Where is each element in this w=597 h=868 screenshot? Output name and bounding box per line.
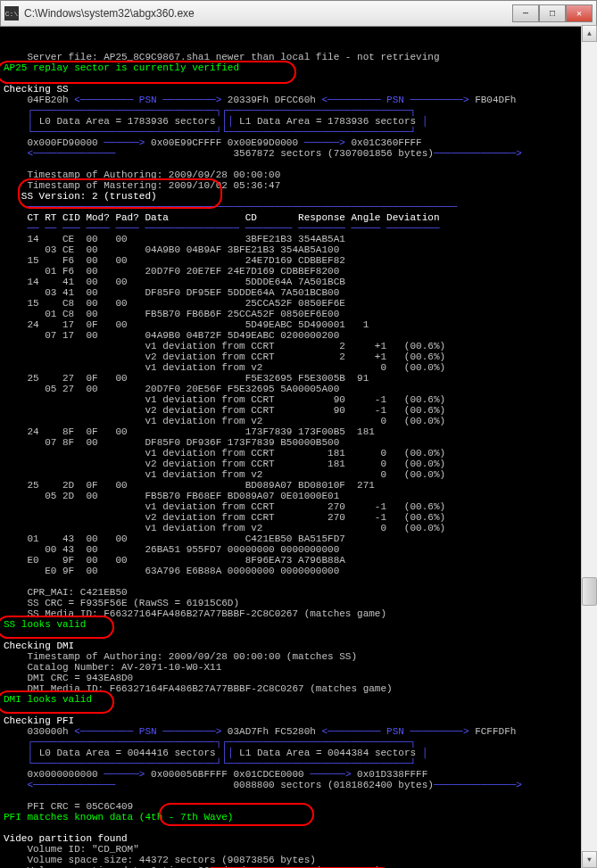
- data-row: 01 C8 00 FB5B70 FB6B6F 25CCA52F 0850EF6E…: [4, 309, 339, 319]
- dmi-crc: DMI CRC = 943EA8D0: [4, 673, 133, 683]
- scroll-down-button[interactable]: ▼: [582, 851, 597, 868]
- data-row: 14 41 00 00 5DDDE64A 7A501BCB: [4, 277, 345, 287]
- l1-data-area-ss: L1 Data Area = 1783936 sectors: [239, 116, 416, 127]
- data-row: v1 deviation from CCRT 90 -1 (00.6%): [4, 394, 445, 405]
- checking-dmi-header: Checking DMI: [4, 641, 74, 651]
- video-partition-header: Video partition found: [4, 833, 128, 844]
- pfi-wave: (4th - 7th Wave): [139, 812, 234, 823]
- data-row: 24 8F 0F 00 173F7839 173F00B5 181: [4, 426, 375, 437]
- data-row: 05 27 00 20D7F0 20E56F F5E32695 5A00005A…: [4, 384, 339, 394]
- data-row: v1 deviation from v2 0 (00.0%): [4, 362, 445, 373]
- data-row: v2 deviation from CCRT 2 +1 (00.6%): [4, 351, 445, 362]
- data-row: 05 2D 00 FB5B70 FB68EF BD089A07 0E01000E…: [4, 491, 339, 501]
- total-sectors-pfi: 0088800 sectors (0181862400 bytes): [115, 780, 433, 790]
- catalog-number: Catalog Number: AV-2071-10-W0-X11: [4, 662, 221, 673]
- data-row: v2 deviation from CCRT 90 -1 (00.6%): [4, 405, 445, 416]
- l1-data-area-pfi: L1 Data Area = 0044384 sectors: [239, 748, 416, 758]
- scroll-thumb[interactable]: [582, 577, 597, 606]
- ap25-status: AP25 replay sector is currently verified: [4, 62, 239, 73]
- total-sectors-ss: 3567872 sectors (7307001856 bytes): [115, 148, 433, 159]
- window-titlebar: C:\ C:\Windows\system32\abgx360.exe ─ □ …: [0, 0, 597, 27]
- volume-id: Volume ID: "CD_ROM": [4, 844, 139, 855]
- l0-data-area-pfi: L0 Data Area = 0044416 sectors: [39, 748, 216, 758]
- data-row: 01 F6 00 20D7F0 20E7EF 24E7D169 CDBBEF82…: [4, 266, 339, 277]
- data-row: v2 deviation from CCRT 181 0 (00.0%): [4, 459, 445, 469]
- ss-valid-status: SS looks valid: [4, 619, 86, 630]
- cpr-mai: CPR_MAI: C421EB50: [4, 587, 128, 598]
- scrollbar[interactable]: ▲ ▼: [581, 25, 597, 868]
- data-row: 01 43 00 00 C421EB50 BA515FD7: [4, 533, 345, 544]
- data-row: 24 17 0F 00 5D49EABC 5D490001 1: [4, 319, 369, 330]
- close-button[interactable]: ✕: [566, 4, 593, 22]
- data-row: 03 CE 00 04A9B0 04B9AF 3BFE21B3 354AB5A1…: [4, 244, 339, 255]
- pfi-matches: PFI matches known data: [4, 812, 139, 823]
- minimize-button[interactable]: ─: [512, 4, 539, 22]
- data-row: E0 9F 00 63A796 E6B88A 00000000 00000000…: [4, 566, 339, 576]
- checking-pfi-header: Checking PFI: [4, 715, 74, 726]
- app-icon: C:\: [4, 6, 19, 21]
- maximize-button[interactable]: □: [539, 4, 566, 22]
- data-row: v1 deviation from v2 0 (00.0%): [4, 416, 445, 426]
- data-row: 07 17 00 04A9B0 04B72F 5D49EABC 02000002…: [4, 330, 339, 341]
- window-title: C:\Windows\system32\abgx360.exe: [24, 7, 512, 20]
- data-row: 25 2D 0F 00 BD089A07 BD08010F 271: [4, 480, 375, 491]
- ss-media-id: SS Media ID: F66327164FA486B27A77BBBF-2C…: [4, 608, 386, 619]
- table-header: CT RT CID Mod? Pad? Data CD Response Ang…: [4, 212, 439, 223]
- data-row: 07 8F 00 DF85F0 DF936F 173F7839 B50000B5…: [4, 437, 339, 448]
- data-row: E0 9F 00 00 8F96EA73 A796B88A: [4, 555, 345, 566]
- dmi-media-id: DMI Media ID: F66327164FA486B27A77BBBF-2…: [4, 683, 393, 694]
- dmi-timestamp: Timestamp of Authoring: 2009/09/28 00:00…: [4, 651, 357, 662]
- ss-version: SS Version: 2 (trusted): [4, 191, 157, 202]
- data-row: v1 deviation from CCRT 181 0 (00.0%): [4, 448, 445, 459]
- data-row: v1 deviation from v2 0 (00.0%): [4, 523, 445, 533]
- data-row: v1 deviation from v2 0 (00.0%): [4, 469, 445, 480]
- data-row: v1 deviation from CCRT 2 +1 (00.6%): [4, 341, 445, 351]
- timestamp-mastering: Timestamp of Mastering: 2009/10/02 05:36…: [4, 180, 280, 191]
- window-controls: ─ □ ✕: [512, 4, 593, 22]
- data-row: 25 27 0F 00 F5E32695 F5E3005B 91: [4, 373, 369, 384]
- data-row: v2 deviation from CCRT 270 -1 (00.6%): [4, 512, 445, 523]
- data-row: 03 41 00 DF85F0 DF95EF 5DDDE64A 7A501BCB…: [4, 287, 339, 298]
- scroll-up-button[interactable]: ▲: [582, 25, 597, 42]
- l0-data-area-ss: L0 Data Area = 1783936 sectors: [39, 116, 216, 127]
- checking-ss-header: Checking SS: [4, 84, 69, 95]
- data-row: v1 deviation from CCRT 270 -1 (00.6%): [4, 501, 445, 512]
- timestamp-authoring: Timestamp of Authoring: 2009/09/28 00:00…: [4, 169, 280, 180]
- data-row: 00 43 00 26BA51 955FD7 00000000 00000000…: [4, 544, 339, 555]
- pfi-crc: PFI CRC = 05C6C409: [4, 801, 133, 812]
- server-file-line: Server file: AP25_8C9C9867.sha1 newer th…: [4, 52, 439, 62]
- data-row: 14 CE 00 00 3BFE21B3 354AB5A1: [4, 234, 345, 244]
- ss-crc: SS CRC = F935F56E (RawSS = 61915C6D): [4, 598, 239, 608]
- console-output: Server file: AP25_8C9C9867.sha1 newer th…: [0, 27, 597, 868]
- volume-space: Volume space size: 44372 sectors (908738…: [4, 855, 316, 865]
- dmi-valid-status: DMI looks valid: [4, 694, 92, 705]
- data-row: 15 F6 00 00 24E7D169 CDBBEF82: [4, 255, 345, 266]
- data-row: 15 C8 00 00 25CCA52F 0850EF6E: [4, 298, 345, 309]
